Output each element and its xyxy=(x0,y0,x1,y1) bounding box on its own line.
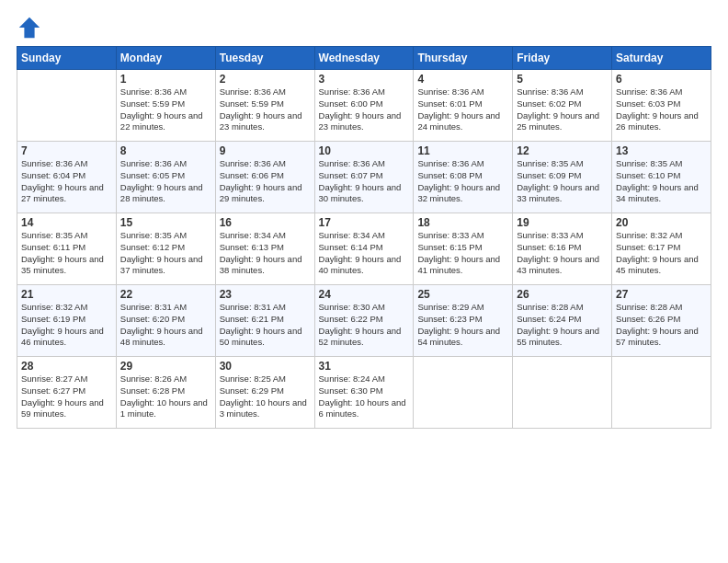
day-info: Sunrise: 8:31 AMSunset: 6:20 PMDaylight:… xyxy=(120,302,211,349)
day-cell: 29Sunrise: 8:26 AMSunset: 6:28 PMDayligh… xyxy=(116,357,215,429)
col-header-tuesday: Tuesday xyxy=(215,47,314,70)
day-info: Sunrise: 8:24 AMSunset: 6:30 PMDaylight:… xyxy=(319,373,410,420)
day-cell: 17Sunrise: 8:34 AMSunset: 6:14 PMDayligh… xyxy=(314,213,414,285)
day-cell xyxy=(17,70,117,142)
day-cell: 31Sunrise: 8:24 AMSunset: 6:30 PMDayligh… xyxy=(314,357,414,429)
day-info: Sunrise: 8:33 AMSunset: 6:16 PMDaylight:… xyxy=(517,230,608,277)
week-row-2: 7Sunrise: 8:36 AMSunset: 6:04 PMDaylight… xyxy=(17,142,711,213)
day-info: Sunrise: 8:25 AMSunset: 6:29 PMDaylight:… xyxy=(220,373,311,420)
week-row-3: 14Sunrise: 8:35 AMSunset: 6:11 PMDayligh… xyxy=(17,213,711,285)
day-cell: 9Sunrise: 8:36 AMSunset: 6:06 PMDaylight… xyxy=(215,142,314,213)
day-info: Sunrise: 8:35 AMSunset: 6:10 PMDaylight:… xyxy=(616,158,707,205)
day-cell: 22Sunrise: 8:31 AMSunset: 6:20 PMDayligh… xyxy=(116,285,215,357)
day-cell: 12Sunrise: 8:35 AMSunset: 6:09 PMDayligh… xyxy=(513,142,612,213)
header xyxy=(17,9,711,40)
day-info: Sunrise: 8:30 AMSunset: 6:22 PMDaylight:… xyxy=(319,302,410,349)
day-cell xyxy=(513,357,612,429)
col-header-monday: Monday xyxy=(116,47,215,70)
day-info: Sunrise: 8:36 AMSunset: 5:59 PMDaylight:… xyxy=(120,86,211,133)
day-cell: 24Sunrise: 8:30 AMSunset: 6:22 PMDayligh… xyxy=(314,285,414,357)
day-cell: 11Sunrise: 8:36 AMSunset: 6:08 PMDayligh… xyxy=(414,142,513,213)
day-number: 25 xyxy=(417,288,508,301)
page: SundayMondayTuesdayWednesdayThursdayFrid… xyxy=(0,0,728,563)
day-cell: 7Sunrise: 8:36 AMSunset: 6:04 PMDaylight… xyxy=(17,142,117,213)
day-number: 16 xyxy=(220,216,311,229)
week-row-1: 1Sunrise: 8:36 AMSunset: 5:59 PMDaylight… xyxy=(17,70,711,142)
day-info: Sunrise: 8:34 AMSunset: 6:14 PMDaylight:… xyxy=(319,230,410,277)
day-number: 15 xyxy=(120,216,211,229)
day-cell: 8Sunrise: 8:36 AMSunset: 6:05 PMDaylight… xyxy=(116,142,215,213)
day-cell: 1Sunrise: 8:36 AMSunset: 5:59 PMDaylight… xyxy=(116,70,215,142)
day-info: Sunrise: 8:33 AMSunset: 6:15 PMDaylight:… xyxy=(417,230,508,277)
day-number: 5 xyxy=(517,73,608,86)
svg-marker-0 xyxy=(19,17,40,38)
day-number: 29 xyxy=(120,360,211,373)
day-info: Sunrise: 8:32 AMSunset: 6:19 PMDaylight:… xyxy=(21,302,112,349)
day-number: 14 xyxy=(21,216,112,229)
day-number: 27 xyxy=(616,288,707,301)
day-info: Sunrise: 8:35 AMSunset: 6:11 PMDaylight:… xyxy=(21,230,112,277)
day-info: Sunrise: 8:36 AMSunset: 6:01 PMDaylight:… xyxy=(417,86,508,133)
day-cell: 20Sunrise: 8:32 AMSunset: 6:17 PMDayligh… xyxy=(612,213,711,285)
day-cell: 21Sunrise: 8:32 AMSunset: 6:19 PMDayligh… xyxy=(17,285,117,357)
day-info: Sunrise: 8:36 AMSunset: 6:05 PMDaylight:… xyxy=(120,158,211,205)
day-number: 10 xyxy=(319,144,410,157)
day-number: 24 xyxy=(319,288,410,301)
day-cell: 18Sunrise: 8:33 AMSunset: 6:15 PMDayligh… xyxy=(414,213,513,285)
day-cell: 6Sunrise: 8:36 AMSunset: 6:03 PMDaylight… xyxy=(612,70,711,142)
day-number: 30 xyxy=(220,360,311,373)
day-info: Sunrise: 8:36 AMSunset: 6:04 PMDaylight:… xyxy=(21,158,112,205)
col-header-wednesday: Wednesday xyxy=(314,47,414,70)
day-number: 1 xyxy=(120,73,211,86)
col-header-saturday: Saturday xyxy=(612,47,711,70)
day-number: 4 xyxy=(417,73,508,86)
day-number: 18 xyxy=(417,216,508,229)
day-cell: 23Sunrise: 8:31 AMSunset: 6:21 PMDayligh… xyxy=(215,285,314,357)
day-info: Sunrise: 8:36 AMSunset: 6:02 PMDaylight:… xyxy=(517,86,608,133)
week-row-4: 21Sunrise: 8:32 AMSunset: 6:19 PMDayligh… xyxy=(17,285,711,357)
day-number: 3 xyxy=(319,73,410,86)
header-row: SundayMondayTuesdayWednesdayThursdayFrid… xyxy=(17,47,711,70)
day-number: 21 xyxy=(21,288,112,301)
day-number: 6 xyxy=(616,73,707,86)
day-number: 22 xyxy=(120,288,211,301)
day-number: 31 xyxy=(319,360,410,373)
day-info: Sunrise: 8:29 AMSunset: 6:23 PMDaylight:… xyxy=(417,302,508,349)
day-cell: 27Sunrise: 8:28 AMSunset: 6:26 PMDayligh… xyxy=(612,285,711,357)
day-cell xyxy=(414,357,513,429)
day-number: 8 xyxy=(120,144,211,157)
day-number: 26 xyxy=(517,288,608,301)
day-info: Sunrise: 8:36 AMSunset: 6:03 PMDaylight:… xyxy=(616,86,707,133)
day-info: Sunrise: 8:36 AMSunset: 6:00 PMDaylight:… xyxy=(319,86,410,133)
day-info: Sunrise: 8:31 AMSunset: 6:21 PMDaylight:… xyxy=(220,302,311,349)
day-info: Sunrise: 8:36 AMSunset: 6:08 PMDaylight:… xyxy=(417,158,508,205)
day-info: Sunrise: 8:35 AMSunset: 6:09 PMDaylight:… xyxy=(517,158,608,205)
day-cell: 3Sunrise: 8:36 AMSunset: 6:00 PMDaylight… xyxy=(314,70,414,142)
day-number: 7 xyxy=(21,144,112,157)
calendar-table: SundayMondayTuesdayWednesdayThursdayFrid… xyxy=(17,46,711,429)
day-number: 2 xyxy=(220,73,311,86)
day-cell: 15Sunrise: 8:35 AMSunset: 6:12 PMDayligh… xyxy=(116,213,215,285)
day-info: Sunrise: 8:26 AMSunset: 6:28 PMDaylight:… xyxy=(120,373,211,420)
day-number: 23 xyxy=(220,288,311,301)
day-number: 12 xyxy=(517,144,608,157)
day-info: Sunrise: 8:32 AMSunset: 6:17 PMDaylight:… xyxy=(616,230,707,277)
day-number: 28 xyxy=(21,360,112,373)
day-number: 20 xyxy=(616,216,707,229)
day-cell: 25Sunrise: 8:29 AMSunset: 6:23 PMDayligh… xyxy=(414,285,513,357)
day-cell: 16Sunrise: 8:34 AMSunset: 6:13 PMDayligh… xyxy=(215,213,314,285)
day-cell: 26Sunrise: 8:28 AMSunset: 6:24 PMDayligh… xyxy=(513,285,612,357)
day-cell: 4Sunrise: 8:36 AMSunset: 6:01 PMDaylight… xyxy=(414,70,513,142)
col-header-thursday: Thursday xyxy=(414,47,513,70)
week-row-5: 28Sunrise: 8:27 AMSunset: 6:27 PMDayligh… xyxy=(17,357,711,429)
day-number: 19 xyxy=(517,216,608,229)
day-cell: 19Sunrise: 8:33 AMSunset: 6:16 PMDayligh… xyxy=(513,213,612,285)
day-cell xyxy=(612,357,711,429)
day-info: Sunrise: 8:27 AMSunset: 6:27 PMDaylight:… xyxy=(21,373,112,420)
day-info: Sunrise: 8:36 AMSunset: 5:59 PMDaylight:… xyxy=(220,86,311,133)
day-cell: 5Sunrise: 8:36 AMSunset: 6:02 PMDaylight… xyxy=(513,70,612,142)
day-cell: 2Sunrise: 8:36 AMSunset: 5:59 PMDaylight… xyxy=(215,70,314,142)
day-info: Sunrise: 8:28 AMSunset: 6:24 PMDaylight:… xyxy=(517,302,608,349)
day-cell: 13Sunrise: 8:35 AMSunset: 6:10 PMDayligh… xyxy=(612,142,711,213)
day-info: Sunrise: 8:36 AMSunset: 6:06 PMDaylight:… xyxy=(220,158,311,205)
